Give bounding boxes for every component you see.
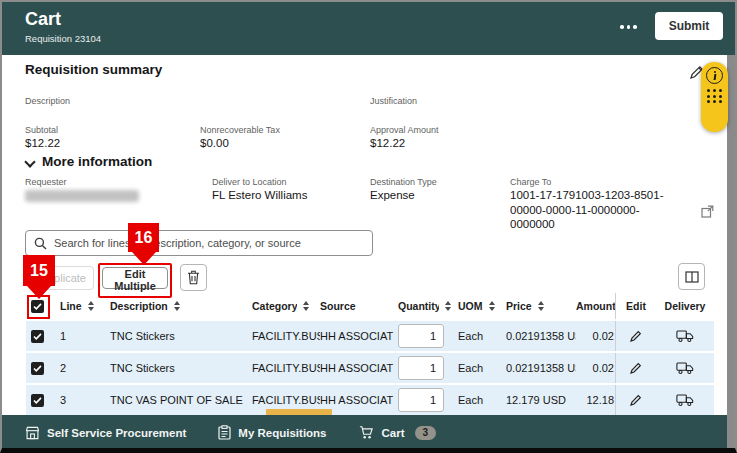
nav-item-self-service-procurement[interactable]: Self Service Procurement — [25, 426, 186, 440]
deliver-to-label: Deliver to Location — [212, 177, 287, 187]
page-title: Cart — [25, 9, 61, 30]
requester-value-redacted — [25, 190, 139, 202]
delivery-button[interactable] — [656, 393, 714, 407]
sort-icon — [538, 301, 544, 311]
requisition-summary-heading: Requisition summary — [25, 62, 162, 77]
tax-value: $0.00 — [200, 137, 229, 149]
cell-line: 3 — [54, 394, 110, 406]
column-manager-button[interactable] — [678, 263, 705, 290]
cell-description: TNC VAS POINT OF SALE — [110, 394, 252, 406]
edit-multiple-button[interactable]: Edit Multiple — [102, 267, 168, 289]
sort-icon — [88, 301, 94, 311]
description-label: Description — [25, 96, 70, 106]
cell-description: TNC Stickers — [110, 362, 252, 374]
approval-amount-value: $12.22 — [370, 137, 405, 149]
cart-count-badge: 3 — [415, 426, 437, 440]
row-checkbox[interactable] — [31, 330, 44, 343]
column-header-price[interactable]: Price — [506, 300, 576, 312]
destination-type-value: Expense — [370, 189, 415, 201]
cell-category: FACILITY.BUS — [252, 330, 320, 342]
quantity-input[interactable] — [398, 356, 444, 380]
column-header-amount[interactable]: Amount — [576, 300, 615, 312]
more-information-heading[interactable]: More information — [42, 154, 152, 169]
destination-type-label: Destination Type — [370, 177, 437, 187]
column-header-category[interactable]: Category — [252, 300, 320, 312]
sort-icon — [489, 301, 495, 311]
chevron-down-icon[interactable] — [24, 156, 35, 167]
app-window: Cart Requisition 23104 Submit Requisitio… — [0, 0, 737, 453]
delivery-truck-icon — [676, 393, 694, 407]
overflow-menu-ellipsis-icon[interactable] — [620, 25, 637, 29]
store-icon — [25, 426, 40, 440]
cell-price: 0.02191358 USD — [506, 330, 576, 342]
deliver-to-value: FL Estero Williams — [212, 189, 307, 201]
scrollbar[interactable] — [727, 55, 735, 450]
column-manager-icon — [685, 271, 699, 283]
requisitions-icon — [218, 425, 231, 440]
charge-to-label: Charge To — [510, 177, 551, 187]
cell-description: TNC Stickers — [110, 330, 252, 342]
lines-table: Line Description Category Source Quantit… — [26, 293, 714, 415]
table-row: 3 TNC VAS POINT OF SALE FACILITY.BUS HH … — [26, 385, 714, 415]
nav-item-my-requisitions[interactable]: My Requisitions — [218, 425, 326, 440]
table-row: 2 TNC Stickers FACILITY.BUS HH ASSOCIAT … — [26, 353, 714, 383]
edit-pencil-icon — [629, 361, 643, 375]
cell-amount: 12.18 — [576, 394, 615, 406]
edit-line-button[interactable] — [616, 393, 656, 407]
column-header-line[interactable]: Line — [54, 300, 110, 312]
delivery-button[interactable] — [656, 329, 714, 343]
column-header-uom[interactable]: UOM — [454, 300, 506, 312]
cell-price: 12.179 USD — [506, 394, 576, 406]
edit-multiple-highlight-ring: Edit Multiple — [98, 263, 172, 298]
cell-uom: Each — [454, 362, 506, 374]
column-header-delivery: Delivery — [656, 300, 714, 312]
column-header-edit: Edit — [616, 300, 656, 312]
approval-amount-label: Approval Amount — [370, 125, 439, 135]
delivery-truck-icon — [676, 329, 694, 343]
subtotal-value: $12.22 — [25, 137, 60, 149]
charge-to-value: 1001-17-1791003-1203-8501-00000-0000-11-… — [510, 188, 682, 232]
select-all-highlight-ring — [27, 295, 50, 319]
quantity-input[interactable] — [398, 324, 444, 348]
cell-source: HH ASSOCIAT — [320, 394, 398, 406]
tax-label: Nonrecoverable Tax — [200, 125, 280, 135]
cell-amount: 0.02 — [576, 330, 615, 342]
edit-pencil-icon — [629, 329, 643, 343]
cell-line: 2 — [54, 362, 110, 374]
bottom-nav: Self Service Procurement My Requisitions… — [2, 415, 735, 450]
delivery-button[interactable] — [656, 361, 714, 375]
delivery-truck-icon — [676, 361, 694, 375]
requisition-number: Requisition 23104 — [25, 33, 101, 44]
edit-line-button[interactable] — [616, 329, 656, 343]
column-header-quantity[interactable]: Quantity — [398, 300, 454, 312]
edit-pencil-icon — [629, 393, 643, 407]
info-icon — [706, 67, 723, 84]
submit-button[interactable]: Submit — [655, 12, 723, 40]
requester-label: Requester — [25, 177, 67, 187]
callout-step-16: 16 — [128, 223, 159, 252]
search-input[interactable] — [54, 237, 364, 249]
callout-step-15: 15 — [23, 255, 55, 286]
cell-category: FACILITY.BUS — [252, 362, 320, 374]
table-row: 1 TNC Stickers FACILITY.BUS HH ASSOCIAT … — [26, 321, 714, 351]
cart-icon — [359, 425, 375, 440]
help-widget[interactable] — [701, 62, 728, 132]
cell-uom: Each — [454, 394, 506, 406]
cell-price: 0.02191358 USD — [506, 362, 576, 374]
sort-icon — [303, 301, 309, 311]
cell-uom: Each — [454, 330, 506, 342]
nav-item-cart[interactable]: Cart 3 — [359, 425, 437, 440]
column-header-description[interactable]: Description — [110, 300, 252, 312]
row-checkbox[interactable] — [31, 394, 44, 407]
quantity-input[interactable] — [398, 388, 444, 412]
trash-icon — [187, 270, 200, 285]
column-header-source[interactable]: Source — [320, 300, 398, 312]
external-link-icon[interactable] — [701, 205, 714, 218]
sort-icon — [445, 301, 451, 311]
search-icon — [34, 237, 47, 250]
cell-source: HH ASSOCIAT — [320, 330, 398, 342]
delete-lines-button[interactable] — [180, 264, 207, 291]
row-checkbox[interactable] — [31, 362, 44, 375]
top-bar: Cart Requisition 23104 Submit — [2, 2, 735, 55]
edit-line-button[interactable] — [616, 361, 656, 375]
